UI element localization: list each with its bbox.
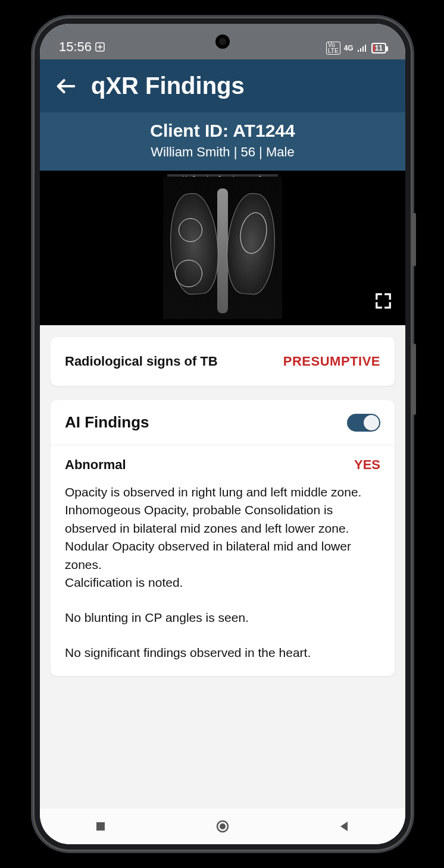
client-meta: William Smith | 56 | Male xyxy=(46,144,399,160)
ai-findings-body: Abnormal YES Opacity is observed in righ… xyxy=(51,445,395,676)
ai-findings-header: AI Findings xyxy=(51,400,395,445)
findings-line: No significant findings observed in the … xyxy=(65,644,380,662)
battery-percent: 11 xyxy=(375,44,383,52)
back-arrow-icon[interactable] xyxy=(54,74,78,98)
findings-line: No blunting in CP angles is seen. xyxy=(65,609,380,627)
abnormal-value: YES xyxy=(354,457,380,473)
svg-rect-2 xyxy=(96,822,105,831)
client-banner: Client ID: AT1244 William Smith | 56 | M… xyxy=(40,112,405,171)
content-area: Radiological signs of TB PRESUMPTIVE AI … xyxy=(40,325,405,809)
side-button-2 xyxy=(412,344,416,415)
clock: 15:56 xyxy=(59,39,92,55)
fullscreen-icon[interactable] xyxy=(374,292,392,312)
result-label: Radiological signs of TB xyxy=(65,354,218,369)
battery-icon: 11 xyxy=(371,43,386,54)
xray-viewer[interactable]: Radiological signs of TB xyxy=(40,171,405,325)
screen: 15:56 VoLTE 4G 11 xyxy=(40,24,405,844)
xray-image xyxy=(163,177,282,319)
findings-line: Inhomogeous Opacity, probable Consolidat… xyxy=(65,501,380,537)
phone-frame: 15:56 VoLTE 4G 11 xyxy=(33,17,412,851)
nav-back-icon[interactable] xyxy=(339,820,351,832)
client-id: Client ID: AT1244 xyxy=(46,121,399,141)
page-title: qXR Findings xyxy=(91,73,245,99)
nav-recent-icon[interactable] xyxy=(95,820,107,832)
network-4g: 4G xyxy=(344,44,354,52)
findings-line: Calcification is noted. xyxy=(65,574,380,592)
front-camera xyxy=(215,34,230,49)
svg-point-4 xyxy=(220,823,226,829)
findings-line: Opacity is observed in right lung and le… xyxy=(65,483,380,501)
volte-icon: VoLTE xyxy=(326,42,340,55)
abnormal-label: Abnormal xyxy=(65,457,126,473)
findings-text: Opacity is observed in right lung and le… xyxy=(65,483,380,662)
app-header: qXR Findings xyxy=(40,59,405,112)
result-value: PRESUMPTIVE xyxy=(283,354,380,369)
signal-icon xyxy=(357,44,368,52)
nav-home-icon[interactable] xyxy=(215,819,230,834)
android-navbar xyxy=(40,809,405,844)
ai-findings-title: AI Findings xyxy=(65,413,149,432)
ai-findings-toggle[interactable] xyxy=(347,414,380,432)
plus-icon xyxy=(95,42,105,52)
result-card: Radiological signs of TB PRESUMPTIVE xyxy=(51,337,395,386)
side-button-1 xyxy=(412,213,416,266)
findings-line: Nodular Opacity observed in bilateral mi… xyxy=(65,537,380,574)
ai-findings-card: AI Findings Abnormal YES Opacity is obse… xyxy=(51,400,395,676)
